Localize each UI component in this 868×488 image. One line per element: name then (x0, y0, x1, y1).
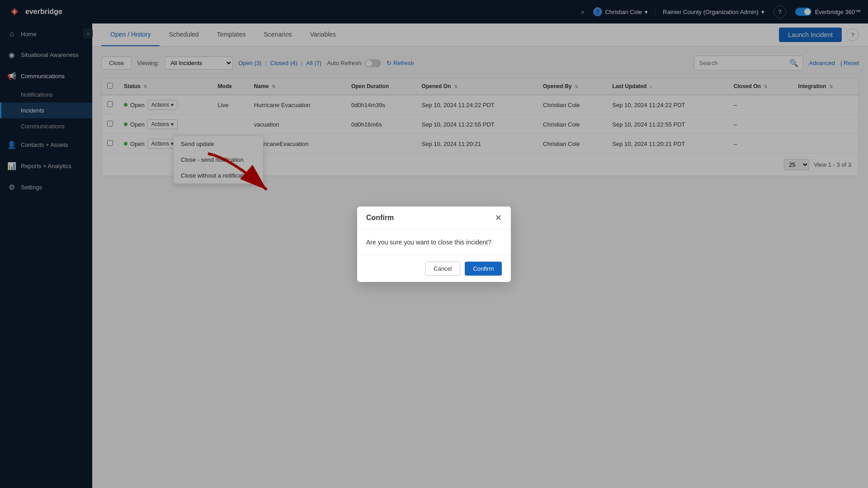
modal-body-text: Are you sure you want to close this inci… (366, 239, 491, 246)
modal-header: Confirm ✕ (357, 206, 511, 230)
modal-title: Confirm (366, 214, 394, 222)
confirm-button[interactable]: Confirm (465, 262, 502, 276)
modal-close-button[interactable]: ✕ (495, 213, 502, 223)
modal-body: Are you sure you want to close this inci… (357, 230, 511, 255)
cancel-button[interactable]: Cancel (425, 262, 460, 276)
modal-footer: Cancel Confirm (357, 255, 511, 282)
modal-overlay: Confirm ✕ Are you sure you want to close… (0, 0, 868, 488)
confirm-modal: Confirm ✕ Are you sure you want to close… (357, 206, 511, 282)
